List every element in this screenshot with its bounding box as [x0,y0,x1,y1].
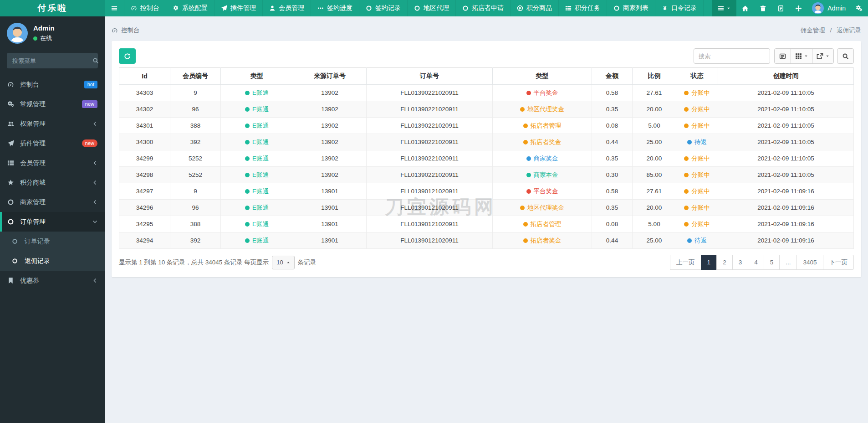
table-row[interactable]: 34296 96 E账通 13901 FLL01390121020911 [119,200,854,216]
page-button[interactable]: ... [779,255,797,270]
sidebar-item[interactable]: 订单记录 [0,232,105,251]
page-button[interactable]: 下一页 [823,255,854,270]
export-button[interactable] [812,48,834,64]
columns-button[interactable] [791,48,812,64]
cell-type: E账通 [221,167,293,183]
cell-type: E账通 [221,183,293,200]
cell-type: E账通 [221,216,293,232]
page-button[interactable]: 1 [701,255,717,270]
nav-menu-dropdown[interactable] [712,0,736,16]
table-row[interactable]: 34303 9 E账通 13902 FLL01390221020911 [119,85,854,101]
table-row[interactable]: 34300 392 E账通 13902 FLL01390221020911 [119,134,854,150]
topnav-item[interactable]: 拓店者申请 [456,0,511,16]
cell-commission-type: 平台奖金 [493,85,592,101]
cell-id: 34303 [119,85,170,101]
sidebar-search-input[interactable] [12,57,92,64]
cell-ratio: 27.61 [633,85,676,101]
topnav-item[interactable]: 会员管理 [263,0,311,16]
app-logo[interactable]: 付乐啦 [0,0,105,16]
refresh-button[interactable] [119,48,136,64]
cell-status: 分账中 [676,101,718,118]
sidebar-item[interactable]: 常规管理 new [0,94,105,114]
breadcrumb-current[interactable]: 返佣记录 [837,27,861,34]
status-dot-icon [526,189,531,194]
status-dot-icon [523,238,528,243]
page-button[interactable]: 4 [748,255,764,270]
topnav-item[interactable]: ¥ 口令记录 [655,0,704,16]
status-dot-icon [523,222,528,227]
topnav-item[interactable]: 控制台 [124,0,166,16]
table-row[interactable]: 34295 388 E账通 13901 FLL01390121020911 [119,216,854,232]
column-header[interactable]: 会员编号 [170,68,221,85]
search-icon[interactable] [92,57,99,64]
status-dot-icon [684,107,689,112]
page-button[interactable]: 3405 [797,255,823,270]
topnav-icon-button[interactable] [772,0,790,16]
status-dot-icon [684,206,689,210]
user-menu[interactable]: Admin [807,0,850,16]
table-row[interactable]: 34299 5252 E账通 13902 FLL01390221020911 [119,150,854,167]
page-size-select[interactable]: 10 [272,256,294,269]
column-header[interactable]: 类型 [493,68,592,85]
cell-source-order: 13902 [293,134,367,150]
sidebar-item[interactable]: 控制台 hot [0,75,105,94]
settings-button[interactable] [850,0,868,16]
topnav-icon-button[interactable] [790,0,807,16]
topnav-item[interactable]: P 积分商品 [511,0,559,16]
topnav-icon-button[interactable] [736,0,754,16]
cell-id: 34296 [119,200,170,216]
status-dot-icon [245,189,250,194]
star-icon [7,179,17,186]
cell-id: 34297 [119,183,170,200]
table-row[interactable]: 34294 392 E账通 13901 FLL01390121020911 [119,232,854,249]
topnav-item[interactable]: 地区代理 [408,0,456,16]
columns-icon [795,53,802,60]
page-button[interactable]: 2 [716,255,733,270]
cell-amount: 0.30 [592,167,633,183]
sidebar-item[interactable]: 会员管理 [0,153,105,173]
search-button[interactable] [837,48,854,64]
topnav-item[interactable]: 积分任务 [559,0,607,16]
topnav-item[interactable]: 商家列表 [607,0,655,16]
cell-created: 2021-02-09 11:10:05 [718,118,854,134]
bookmark-icon [7,277,17,284]
page-button[interactable]: 3 [732,255,749,270]
column-header[interactable]: 来源订单号 [293,68,367,85]
sidebar-item[interactable]: 插件管理 new [0,134,105,153]
cell-status: 分账中 [676,200,718,216]
column-header[interactable]: 类型 [221,68,293,85]
topnav-item[interactable] [105,0,124,16]
cell-source-order: 13902 [293,167,367,183]
topnav-item[interactable]: 插件管理 [214,0,263,16]
page-button[interactable]: 5 [764,255,780,270]
cell-commission-type: 商家本金 [493,167,592,183]
column-header[interactable]: 比例 [633,68,676,85]
table-search-input[interactable] [694,48,770,64]
table-row[interactable]: 34298 5252 E账通 13902 FLL01390221020911 [119,167,854,183]
topnav-item[interactable]: 签约进度 [311,0,359,16]
topnav-item[interactable]: 系统配置 [166,0,214,16]
column-header[interactable]: 创建时间 [718,68,854,85]
cell-status: 分账中 [676,150,718,167]
sidebar-item[interactable]: 订单管理 [0,212,105,232]
breadcrumb-home[interactable]: 控制台 [121,26,140,35]
breadcrumb-parent[interactable]: 佣金管理 [801,27,825,34]
sidebar-item[interactable]: 商家管理 [0,192,105,212]
column-header[interactable]: Id [119,68,170,85]
sidebar-item[interactable]: 权限管理 [0,114,105,134]
column-header[interactable]: 状态 [676,68,718,85]
table-row[interactable]: 34302 96 E账通 13902 FLL01390221020911 [119,101,854,118]
page-button[interactable]: 上一页 [670,255,701,270]
column-header[interactable]: 订单号 [367,68,493,85]
column-header[interactable]: 金额 [592,68,633,85]
cell-source-order: 13902 [293,150,367,167]
sidebar-item[interactable]: 积分商城 [0,173,105,192]
sidebar-item[interactable]: 优惠券 [0,271,105,290]
sidebar-item[interactable]: 返佣记录 [0,251,105,271]
topnav-icon-button[interactable] [754,0,772,16]
detail-view-button[interactable] [774,48,791,64]
table-row[interactable]: 34301 388 E账通 13902 FLL01390221020911 [119,118,854,134]
circle-icon [414,5,420,11]
topnav-item[interactable]: 签约记录 [359,0,408,16]
table-row[interactable]: 34297 9 E账通 13901 FLL01390121020911 [119,183,854,200]
